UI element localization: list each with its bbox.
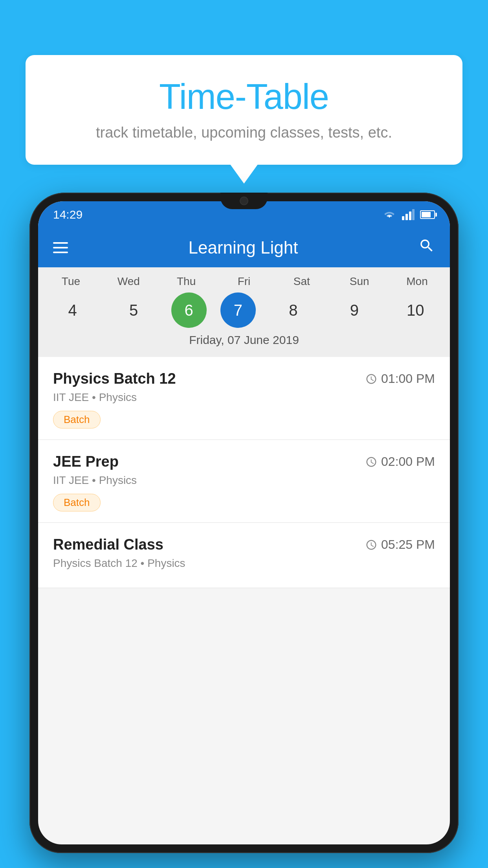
schedule-meta-3: Physics Batch 12 • Physics (53, 557, 435, 570)
battery-icon (420, 210, 435, 219)
schedule-time-1: 01:00 PM (365, 371, 435, 386)
day-header-sat: Sat (278, 275, 325, 288)
clock-icon-2 (365, 456, 377, 468)
svg-rect-0 (402, 216, 404, 220)
svg-rect-1 (405, 214, 408, 220)
battery-fill (422, 212, 431, 217)
wifi-icon (382, 209, 396, 220)
day-header-thu: Thu (163, 275, 210, 288)
schedule-item-header-1: Physics Batch 12 01:00 PM (53, 370, 435, 387)
day-10[interactable]: 10 (392, 292, 439, 328)
schedule-list: Physics Batch 12 01:00 PM IIT JEE • Phys… (38, 357, 450, 588)
status-icons (382, 209, 435, 220)
schedule-time-2: 02:00 PM (365, 454, 435, 469)
hamburger-line-3 (53, 252, 68, 253)
selected-date-label: Friday, 07 June 2019 (38, 333, 450, 353)
schedule-meta-1: IIT JEE • Physics (53, 391, 435, 404)
schedule-time-3: 05:25 PM (365, 537, 435, 552)
app-title: Learning Light (189, 238, 298, 257)
day-5[interactable]: 5 (110, 292, 157, 328)
day-4[interactable]: 4 (49, 292, 96, 328)
phone-screen: 14:29 (38, 201, 450, 844)
signal-icon (402, 209, 415, 220)
day-numbers: 4 5 6 7 8 9 10 (38, 292, 450, 328)
schedule-title-2: JEE Prep (53, 453, 119, 470)
day-header-mon: Mon (393, 275, 440, 288)
hamburger-menu-icon[interactable] (53, 242, 68, 253)
schedule-meta-2: IIT JEE • Physics (53, 474, 435, 487)
status-time: 14:29 (53, 208, 83, 221)
batch-badge-2: Batch (53, 494, 101, 511)
hamburger-line-1 (53, 242, 68, 244)
schedule-item-header-2: JEE Prep 02:00 PM (53, 453, 435, 470)
day-headers: Tue Wed Thu Fri Sat Sun Mon (38, 275, 450, 288)
speech-bubble-container: Time-Table track timetable, upcoming cla… (26, 55, 462, 165)
clock-icon-1 (365, 373, 377, 385)
day-header-fri: Fri (220, 275, 268, 288)
schedule-item-header-3: Remedial Class 05:25 PM (53, 536, 435, 553)
phone-frame: 14:29 (29, 193, 459, 868)
schedule-item-physics-batch-12[interactable]: Physics Batch 12 01:00 PM IIT JEE • Phys… (38, 357, 450, 440)
hamburger-line-2 (53, 247, 68, 248)
day-header-tue: Tue (47, 275, 94, 288)
schedule-time-text-1: 01:00 PM (381, 371, 435, 386)
schedule-time-text-2: 02:00 PM (381, 454, 435, 469)
day-7-selected[interactable]: 7 (220, 292, 256, 328)
day-9[interactable]: 9 (331, 292, 378, 328)
phone-outer: 14:29 (29, 193, 459, 853)
speech-bubble: Time-Table track timetable, upcoming cla… (26, 55, 462, 165)
bubble-subtitle: track timetable, upcoming classes, tests… (49, 124, 439, 141)
camera-dot (240, 197, 248, 205)
calendar-strip: Tue Wed Thu Fri Sat Sun Mon 4 5 6 7 8 9 … (38, 267, 450, 357)
schedule-title-1: Physics Batch 12 (53, 370, 176, 387)
day-8[interactable]: 8 (270, 292, 317, 328)
clock-icon-3 (365, 539, 377, 551)
day-header-wed: Wed (105, 275, 152, 288)
schedule-title-3: Remedial Class (53, 536, 163, 553)
app-bar: Learning Light (38, 228, 450, 267)
schedule-item-jee-prep[interactable]: JEE Prep 02:00 PM IIT JEE • Physics Batc… (38, 440, 450, 523)
day-6-today[interactable]: 6 (171, 292, 207, 328)
bubble-title: Time-Table (49, 77, 439, 117)
schedule-item-remedial[interactable]: Remedial Class 05:25 PM Physics Batch 12… (38, 523, 450, 588)
batch-badge-1: Batch (53, 411, 101, 428)
svg-rect-3 (412, 209, 415, 220)
schedule-time-text-3: 05:25 PM (381, 537, 435, 552)
search-button[interactable] (418, 237, 435, 258)
svg-rect-2 (409, 211, 411, 220)
day-header-sun: Sun (336, 275, 383, 288)
phone-notch (220, 193, 268, 209)
